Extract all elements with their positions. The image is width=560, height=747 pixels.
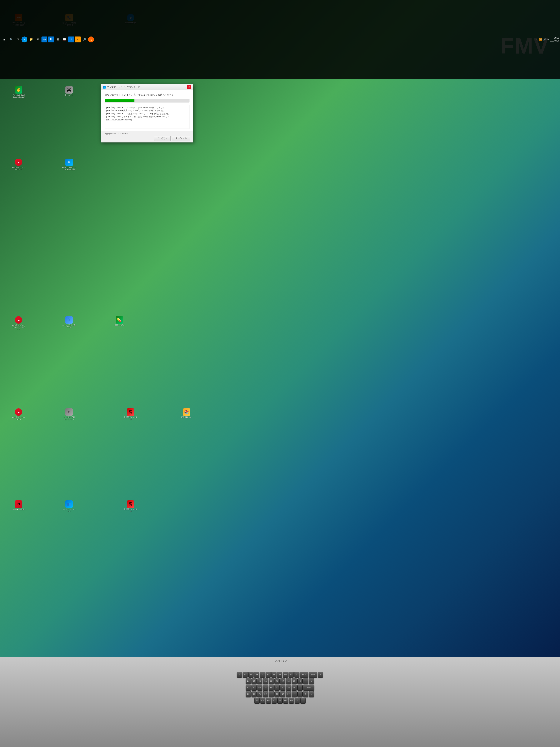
key-d[interactable]: Dし — [251, 691, 257, 697]
search-button[interactable]: 🔍 — [8, 36, 14, 43]
key-p[interactable]: Pせ — [292, 685, 297, 691]
key-l[interactable]: Lり — [286, 691, 291, 697]
download-dialog: ↓ アップデートナビ - ダウンロード ✕ ダウンロードしています。完了するまで… — [101, 84, 193, 143]
laptop-frame: FUJITSU F2 F3 F4 F5 F6 F7 F8 F9 F10 F11 … — [0, 657, 560, 747]
progress-bar-container — [105, 99, 189, 102]
amazon-taskbar-icon[interactable]: a — [75, 36, 81, 43]
key-4[interactable]: 4う — [257, 678, 262, 684]
search2-taskbar-icon[interactable]: 🔎 — [81, 36, 87, 43]
key-f[interactable]: Fは — [257, 691, 262, 697]
key-gt[interactable]: > — [300, 698, 305, 704]
key-8[interactable]: 8ゆ — [280, 678, 285, 684]
tray-chevron[interactable]: ∧ — [536, 38, 538, 41]
key-5[interactable]: 5え — [263, 678, 268, 684]
key-period[interactable]: .る — [295, 698, 300, 704]
mail-taskbar-icon[interactable]: ✉ — [35, 36, 41, 43]
file-manager-taskbar-icon[interactable]: 📁 — [28, 36, 34, 43]
key-caret[interactable]: ^へ — [303, 678, 308, 684]
key-e[interactable]: Eい — [251, 685, 257, 691]
key-t[interactable]: Tか — [263, 685, 268, 691]
dialog-buttons: 次へ(N) > キャンセル — [104, 136, 190, 141]
tray-network[interactable]: 📶 — [539, 38, 542, 41]
key-minus[interactable]: -ほ — [297, 678, 302, 684]
key-f9[interactable]: F9 — [277, 672, 282, 678]
key-f3[interactable]: F3 — [243, 672, 248, 678]
dialog-titlebar: ↓ アップデートナビ - ダウンロード ✕ — [101, 84, 193, 90]
apps-taskbar-icon[interactable]: ⊞ — [55, 36, 61, 43]
key-n[interactable]: Nみ — [277, 698, 283, 704]
key-0[interactable]: 0わ — [292, 678, 297, 684]
tray-wifi[interactable]: 🔊 — [543, 38, 546, 41]
number-key-row: 2ふ 3あ 4う 5え 6お 7や 8ゆ 9よ 0わ -ほ ^へ ¥ — [14, 678, 546, 684]
key-c[interactable]: Cそ — [260, 698, 265, 704]
key-j[interactable]: Jま — [274, 691, 279, 697]
key-i[interactable]: Iに — [280, 685, 285, 691]
zxcv-key-row: Xさ Cそ Vひ Bこ Nみ Mも <ね .る > — [14, 698, 546, 704]
key-y[interactable]: Yん — [269, 685, 274, 691]
key-yen[interactable]: ¥ — [309, 678, 314, 684]
key-s[interactable]: Sと — [246, 691, 251, 697]
key-3[interactable]: 3あ — [251, 678, 257, 684]
arrow-taskbar-icon[interactable]: ↗ — [68, 36, 74, 43]
task-view-button[interactable]: ❑ — [15, 36, 21, 43]
key-2[interactable]: 2ふ — [246, 678, 251, 684]
key-f5[interactable]: F5 — [254, 672, 259, 678]
key-ke[interactable]: け — [309, 691, 314, 697]
key-f4[interactable]: F4 — [248, 672, 254, 678]
key-pause[interactable]: Pause — [309, 672, 317, 678]
start-button[interactable]: ⊞ — [1, 36, 7, 43]
key-v[interactable]: Vひ — [266, 698, 271, 704]
key-7[interactable]: 7や — [274, 678, 279, 684]
key-6[interactable]: 6お — [269, 678, 274, 684]
store-taskbar-icon[interactable]: 🛍 — [42, 36, 47, 43]
key-re[interactable]: れ — [303, 691, 308, 697]
key-ins[interactable]: Ins — [318, 672, 323, 678]
cancel-button[interactable]: キャンセル — [172, 136, 190, 141]
key-u[interactable]: Uな — [274, 685, 279, 691]
qwerty-key-row: Wて Eい Rす Tか Yん Uな Iに Oら Pせ { Enter — [14, 685, 546, 691]
key-b[interactable]: Bこ — [272, 698, 277, 704]
key-9[interactable]: 9よ — [286, 678, 291, 684]
key-f2[interactable]: F2 — [237, 672, 242, 678]
key-asterisk[interactable]: * — [297, 691, 302, 697]
key-f12[interactable]: F12 — [294, 672, 299, 678]
fujitsu-brand-label: FUJITSU — [273, 659, 287, 662]
key-f11[interactable]: F11 — [289, 672, 294, 678]
mycloud-u-taskbar-icon[interactable]: U — [48, 36, 54, 43]
key-g[interactable]: Gき — [263, 691, 268, 697]
keyboard-area: F2 F3 F4 F5 F6 F7 F8 F9 F10 F11 F12 Prt … — [14, 671, 546, 747]
fire-taskbar-icon[interactable]: 🔥 — [88, 36, 94, 43]
system-tray: ∧ 📶 🔊 A 19:32 2020/08/16 — [536, 37, 559, 42]
system-clock[interactable]: 19:32 2020/08/16 — [550, 37, 559, 42]
key-x[interactable]: Xさ — [255, 698, 260, 704]
tray-volume[interactable]: A — [547, 38, 549, 41]
key-enter[interactable]: Enter — [303, 685, 314, 691]
dialog-title-text: アップデートナビ - ダウンロード — [107, 85, 140, 89]
key-f10[interactable]: F10 — [283, 672, 288, 678]
key-m[interactable]: Mも — [283, 698, 288, 704]
edge-taskbar-icon[interactable]: e — [22, 36, 27, 43]
key-comma[interactable]: <ね — [289, 698, 294, 704]
function-key-row: F2 F3 F4 F5 F6 F7 F8 F9 F10 F11 F12 Prt … — [14, 672, 546, 678]
key-k[interactable]: Kの — [280, 691, 285, 697]
dialog-title-left: ↓ アップデートナビ - ダウンロード — [103, 85, 140, 89]
key-r[interactable]: Rす — [257, 685, 262, 691]
dialog-overlay: ↓ アップデートナビ - ダウンロード ✕ ダウンロードしています。完了するまで… — [0, 0, 560, 657]
key-plus[interactable]: + — [292, 691, 297, 697]
key-open-bracket[interactable]: { — [297, 685, 302, 691]
next-button[interactable]: 次へ(N) > — [154, 136, 170, 141]
log-line-3: [3/9]『My Cloud エコDX設定Utility』のダウンロードが完了し… — [106, 112, 188, 115]
dialog-footer: Copyright FUJITSU LIMITED 次へ(N) > キャンセル — [101, 131, 193, 142]
desktop: FMV 365 Office 365 サービスの起動と更新 🐾 わんダント：愛犬… — [0, 0, 560, 657]
dialog-close-button[interactable]: ✕ — [187, 85, 191, 89]
key-f6[interactable]: F6 — [260, 672, 265, 678]
key-o[interactable]: Oら — [286, 685, 291, 691]
key-w[interactable]: Wて — [246, 685, 251, 691]
log-line-4: [4/9]『My Cloud リモートアクセス設定Utility』をダウンロード… — [106, 115, 188, 121]
key-prtsc[interactable]: Prt Sc — [300, 672, 308, 678]
log-area[interactable]: [1/9]『My Cloud エコDX Utility』のダウンロードが完了しま… — [105, 105, 189, 129]
books-taskbar-icon[interactable]: 📖 — [61, 36, 68, 43]
key-f7[interactable]: F7 — [266, 672, 271, 678]
key-h[interactable]: Hく — [269, 691, 274, 697]
key-f8[interactable]: F8 — [271, 672, 276, 678]
